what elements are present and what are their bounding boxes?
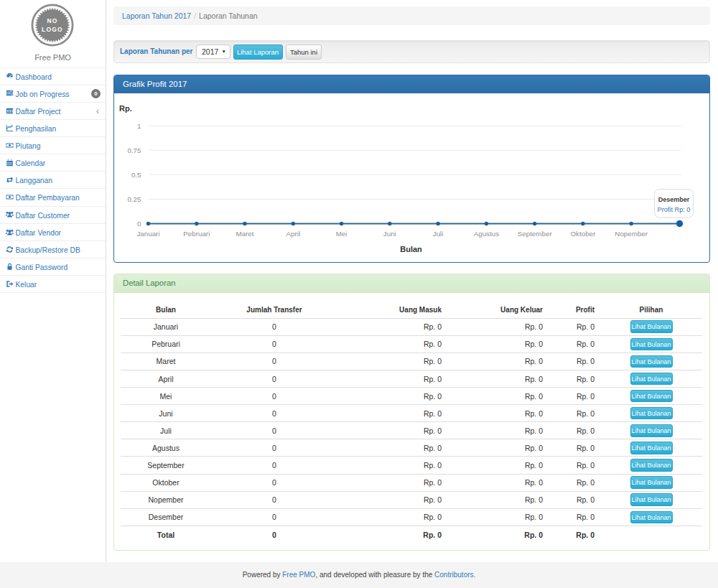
svg-text:Juli: Juli bbox=[433, 230, 444, 238]
svg-text:Profit Rp: 0: Profit Rp: 0 bbox=[658, 206, 691, 213]
svg-text:Desember: Desember bbox=[658, 196, 690, 203]
svg-text:0: 0 bbox=[137, 220, 141, 228]
svg-text:0.5: 0.5 bbox=[131, 171, 141, 179]
svg-text:LOGO: LOGO bbox=[42, 26, 63, 33]
svg-text:September: September bbox=[518, 230, 553, 238]
svg-text:April: April bbox=[286, 230, 300, 238]
svg-text:Oktober: Oktober bbox=[570, 230, 596, 238]
svg-text:1: 1 bbox=[137, 122, 141, 130]
svg-text:Pebruari: Pebruari bbox=[183, 230, 210, 238]
svg-text:Juni: Juni bbox=[383, 230, 396, 238]
svg-text:Rp.: Rp. bbox=[119, 104, 132, 113]
svg-text:0.25: 0.25 bbox=[127, 195, 141, 203]
svg-text:Maret: Maret bbox=[236, 230, 253, 238]
svg-text:Mei: Mei bbox=[336, 230, 348, 238]
svg-text:Januari: Januari bbox=[136, 230, 159, 238]
svg-text:Nopember: Nopember bbox=[615, 230, 648, 238]
svg-text:Agustus: Agustus bbox=[474, 230, 500, 238]
svg-text:0.75: 0.75 bbox=[127, 146, 141, 154]
svg-text:NO: NO bbox=[47, 17, 57, 24]
svg-text:Bulan: Bulan bbox=[400, 245, 422, 253]
